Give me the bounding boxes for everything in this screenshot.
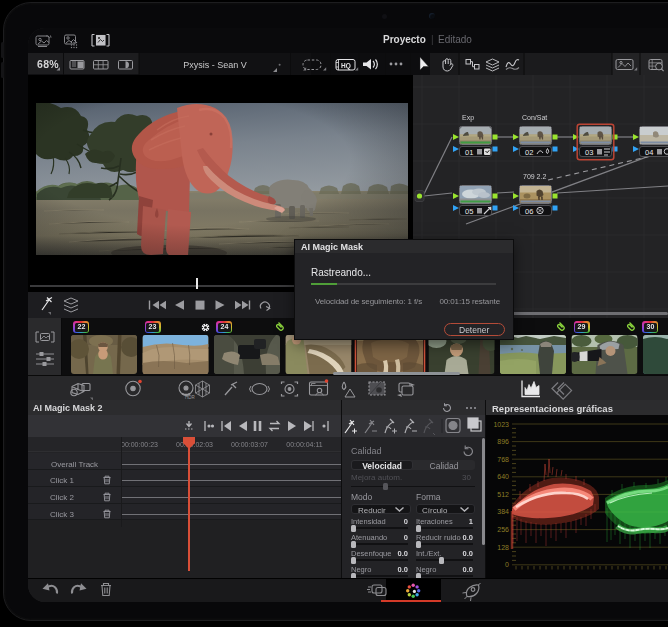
svg-text:06: 06 (525, 207, 533, 216)
svg-text:768: 768 (497, 455, 509, 462)
svg-text:1023: 1023 (493, 420, 509, 427)
svg-text:0: 0 (505, 561, 509, 568)
svg-text:128: 128 (497, 543, 509, 550)
svg-text:384: 384 (497, 508, 509, 515)
svg-text:02: 02 (525, 148, 533, 157)
svg-text:04: 04 (645, 148, 653, 157)
svg-text:01: 01 (465, 148, 473, 157)
svg-text:03: 03 (585, 148, 593, 157)
svg-text:HQ: HQ (341, 62, 351, 70)
svg-text:05: 05 (465, 207, 473, 216)
svg-text:896: 896 (497, 438, 509, 445)
svg-text:640: 640 (497, 473, 509, 480)
svg-text:512: 512 (497, 490, 509, 497)
svg-text:256: 256 (497, 526, 509, 533)
svg-text:HDR: HDR (185, 395, 195, 400)
